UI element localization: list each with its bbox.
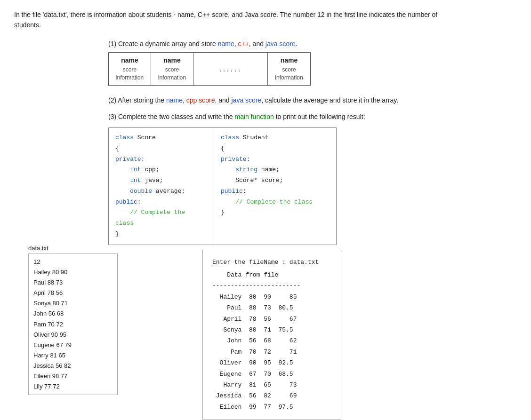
array-cell-1: name scoreinformation (151, 53, 193, 86)
data-line-9: Harry 81 65 (33, 350, 113, 361)
data-txt-panel: data.txt 12 Hailey 80 90 Paul 88 73 Apri… (28, 245, 118, 395)
data-line-4: Sonya 80 71 (33, 298, 113, 309)
output-row-eugene: Eugene 67 70 68.5 (212, 369, 331, 380)
output-row-paul: Paul 88 73 80.5 (212, 302, 331, 313)
data-line-12: Lily 77 72 (33, 381, 113, 392)
code-student-panel: class Student { private: string name; Sc… (214, 127, 337, 245)
cell-1-sub: scoreinformation (157, 66, 187, 82)
section-3: (3) Complete the two classes and write t… (108, 111, 517, 122)
data-line-6: Pam 70 72 (33, 319, 113, 330)
output-row-harry: Harry 81 65 73 (212, 380, 331, 390)
output-box: Enter the fileName : data.txt Data from … (202, 250, 341, 420)
data-line-8: Eugene 67 79 (33, 340, 113, 350)
section-3-text: (3) Complete the two classes and write t… (108, 111, 438, 122)
student-keyword-public: public (221, 188, 243, 195)
intro-paragraph: In the file 'data.txt', there is informa… (14, 9, 438, 31)
data-line-count: 12 (33, 257, 113, 267)
output-row-oliver: Oliver 90 95 92.5 (212, 357, 331, 368)
section-1-title: (1) Create a dynamic array and store nam… (108, 40, 517, 48)
array-diagram: name scoreinformation name scoreinformat… (108, 52, 311, 86)
output-prompt: Enter the fileName : data.txt (212, 257, 331, 268)
data-line-3: April 78 56 (33, 288, 113, 298)
score-keyword-class: class (115, 134, 134, 141)
dots: ...... (219, 64, 241, 74)
data-line-5: John 56 68 (33, 309, 113, 319)
array-cell-last: name scoreinformation (268, 53, 310, 86)
output-row-sonya: Sonya 80 71 75.5 (212, 325, 331, 335)
data-line-1: Hailey 80 90 (33, 267, 113, 277)
data-txt-content: 12 Hailey 80 90 Paul 88 73 April 78 56 S… (28, 254, 118, 395)
section-1: (1) Create a dynamic array and store nam… (108, 40, 517, 86)
data-line-2: Paul 88 73 (33, 277, 113, 288)
cell-1-name: name (157, 56, 187, 64)
score-keyword-private: private (115, 156, 141, 163)
output-row-april: April 78 56 67 (212, 314, 331, 325)
cell-last-sub: scoreinformation (274, 66, 305, 82)
cell-0-sub: scoreinformation (114, 66, 145, 82)
output-row-pam: Pam 70 72 71 (212, 347, 331, 357)
code-panels: class Score { private: int cpp; int java… (108, 127, 517, 245)
output-section: Enter the fileName : data.txt Data from … (108, 250, 517, 420)
output-header: Data from file (212, 269, 331, 280)
data-txt-title: data.txt (28, 245, 118, 252)
code-score-panel: class Score { private: int cpp; int java… (108, 127, 214, 245)
data-line-7: Oliver 90 95 (33, 330, 113, 340)
output-row-john: John 56 68 62 (212, 335, 331, 346)
output-row-jessica: Jessica 56 82 69 (212, 390, 331, 401)
array-cell-dots: ...... (193, 53, 268, 86)
array-cell-0: name scoreinformation (109, 53, 151, 86)
student-keyword-class: class (221, 134, 239, 141)
section-2: (2) After storing the name, cpp score, a… (108, 95, 517, 105)
data-line-10: Jessica 56 82 (33, 361, 113, 371)
output-divider: ------------------------ (212, 280, 331, 291)
output-row-hailey: Hailey 80 90 85 (212, 292, 331, 302)
student-keyword-private: private (221, 156, 247, 163)
output-row-eileen: Eileen 99 77 97.5 (212, 402, 331, 412)
cell-0-name: name (114, 56, 145, 64)
data-line-11: Eileen 98 77 (33, 371, 113, 381)
section-2-text: (2) After storing the name, cpp score, a… (108, 95, 438, 105)
cell-last-name: name (274, 56, 305, 64)
score-keyword-public: public (115, 198, 137, 206)
